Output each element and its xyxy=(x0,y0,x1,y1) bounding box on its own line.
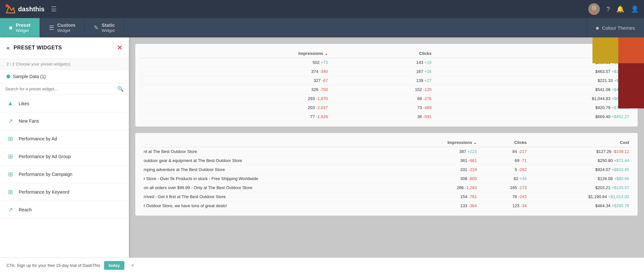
col2-cost: Cost xyxy=(530,138,632,147)
top-nav: dashthis ☰ ? 🔔 👤 xyxy=(0,0,644,18)
search-icon[interactable]: 🔍 xyxy=(117,86,124,92)
avatar[interactable] xyxy=(588,3,600,15)
custom-label1: Custom xyxy=(57,22,75,28)
widget-label-perf-ad-group: Performance by Ad Group xyxy=(19,154,71,159)
row-clicks: 5 -282 xyxy=(480,165,530,174)
table2: Impressions ⌄ Clicks Cost nt at The Best… xyxy=(140,138,632,210)
colour-label1: Colour xyxy=(602,25,616,31)
help-icon[interactable]: ? xyxy=(606,5,610,13)
widget-icon-perf-campaign: ⊞ xyxy=(6,171,14,178)
row-impressions: 308 -605 xyxy=(402,174,480,183)
hamburger-icon[interactable]: ☰ xyxy=(51,5,57,13)
table-row: t Outdoor Store, we have tons of great d… xyxy=(140,201,632,210)
sidebar-item-perf-keyword[interactable]: ⊞ Performance by Keyword xyxy=(0,183,129,201)
row-cost: $250.80 +$71.44 xyxy=(530,156,632,165)
back-button[interactable]: « xyxy=(6,45,10,51)
swatch-orange xyxy=(618,37,644,63)
sidebar-item-reach[interactable]: ↗ Reach xyxy=(0,201,129,219)
row-clicks: 84 -217 xyxy=(480,147,530,156)
row-label: nt at The Best Outdoor Store xyxy=(140,147,402,156)
row-label: outdoor gear & equipment at The Best Out… xyxy=(140,156,402,165)
sample-data-dot xyxy=(6,75,10,78)
row-cost: $924.07 +$810.45 xyxy=(530,165,632,174)
table-row: mping adventure at The Best Outdoor Stor… xyxy=(140,165,632,174)
bell-icon[interactable]: 🔔 xyxy=(616,5,624,13)
widget-label-likes: Likes xyxy=(19,101,29,106)
table-row: 326 -750 152 -125 $541.08 +$433.81 xyxy=(140,85,632,94)
widget-label-new-fans: New Fans xyxy=(19,118,39,124)
row-impressions: 502 +73 xyxy=(169,58,331,67)
static-label1: Static xyxy=(102,22,115,28)
widget-label-perf-campaign: Performance by Campaign xyxy=(19,172,72,177)
user-icon[interactable]: 👤 xyxy=(631,5,639,13)
table-row: 77 -1,928 36 -591 $669.40 +$452.27 xyxy=(140,112,632,121)
colour-icon: ■ xyxy=(596,25,599,31)
table-row: outdoor gear & equipment at The Best Out… xyxy=(140,156,632,165)
widget-label-reach: Reach xyxy=(19,207,32,212)
col2-label xyxy=(140,138,402,147)
row-clicks: 165 -173 xyxy=(480,183,530,192)
search-row: 🔍 xyxy=(0,83,129,95)
svg-point-2 xyxy=(591,5,597,10)
row-label xyxy=(140,94,169,103)
step-indicator: 2 / 2 Choose your preset widget(s) xyxy=(0,58,129,70)
close-button[interactable]: ✕ xyxy=(117,44,122,52)
sidebar-item-new-fans[interactable]: ↗ New Fans xyxy=(0,112,129,130)
row-cost: $669.40 +$452.27 xyxy=(435,112,632,121)
preset-label2: Widget xyxy=(16,28,31,33)
row-impressions: 133 -364 xyxy=(402,201,480,210)
tab-custom[interactable]: ☰ Custom Widget xyxy=(40,18,85,37)
cta-text: CTA: Sign up for your free 15-day trial … xyxy=(6,263,100,268)
row-cost: $127.26 -$109.12 xyxy=(530,147,632,156)
row-clicks: 82 +34 xyxy=(480,174,530,183)
widget-icon-likes: ▲ xyxy=(6,100,14,107)
col2-impressions[interactable]: Impressions ⌄ xyxy=(402,138,480,147)
table1: Impressions ⌄ Clicks Cost 502 +73 143 +1… xyxy=(140,49,632,121)
tab-preset[interactable]: ■ Preset Widget xyxy=(0,18,40,37)
sidebar-item-perf-ad-group[interactable]: ⊞ Performance by Ad Group xyxy=(0,148,129,166)
table2-section: Impressions ⌄ Clicks Cost nt at The Best… xyxy=(135,133,638,216)
colour-label2: Themes xyxy=(618,25,635,31)
row-label xyxy=(140,58,169,67)
row-label: r Store - Over 5k Products in stock - Fr… xyxy=(140,174,402,183)
cta-close-icon[interactable]: ✕ xyxy=(131,263,134,268)
row-label: t Outdoor Store, we have tons of great d… xyxy=(140,201,402,210)
table1-section: Impressions ⌄ Clicks Cost 502 +73 143 +1… xyxy=(135,44,638,126)
sample-data-label: Sample Data (1) xyxy=(13,74,46,79)
cta-bar: CTA: Sign up for your free 15-day trial … xyxy=(0,258,644,273)
custom-label2: Widget xyxy=(57,28,75,33)
colour-swatches xyxy=(592,37,644,108)
search-input[interactable] xyxy=(5,86,115,91)
panel-title: PRESET WIDGETS xyxy=(14,45,62,51)
static-label2: Widget xyxy=(102,28,115,33)
table-row: on all orders over $99.99 - Only at The … xyxy=(140,183,632,192)
row-clicks: 143 +19 xyxy=(331,58,435,67)
nav-left: dashthis ☰ xyxy=(5,4,57,14)
sidebar-item-likes[interactable]: ▲ Likes xyxy=(0,95,129,112)
tab-colour-themes[interactable]: ■ Colour Themes xyxy=(587,18,644,37)
col-impressions[interactable]: Impressions ⌄ xyxy=(169,49,331,58)
widget-icon-new-fans: ↗ xyxy=(6,117,14,125)
row-clicks: 68 -276 xyxy=(331,94,435,103)
row-clicks: 123 -34 xyxy=(480,201,530,210)
row-impressions: 331 -219 xyxy=(402,165,480,174)
preset-label1: Preset xyxy=(16,22,31,28)
logo-icon xyxy=(5,4,15,14)
row-impressions: 203 -2,037 xyxy=(169,103,331,112)
table-row: 327 -67 139 +27 $221.33 +$39.55 xyxy=(140,76,632,85)
table-row: nt at The Best Outdoor Store 387 +223 84… xyxy=(140,147,632,156)
custom-icon: ☰ xyxy=(49,24,54,31)
table-row: rrived - Get it first at The Best Outdoo… xyxy=(140,192,632,201)
swatch-dark xyxy=(618,63,644,108)
main-area: « PRESET WIDGETS ✕ 2 / 2 Choose your pre… xyxy=(0,37,644,273)
row-clicks: 152 -125 xyxy=(331,85,435,94)
row-impressions: 293 -1,870 xyxy=(169,94,331,103)
sidebar-item-perf-ad[interactable]: ⊞ Performance by Ad xyxy=(0,130,129,148)
cta-button[interactable]: today xyxy=(104,261,124,270)
swatch-yellow xyxy=(592,37,618,63)
tab-static[interactable]: ✎ Static Widget xyxy=(85,18,124,37)
sidebar-item-perf-campaign[interactable]: ⊞ Performance by Campaign xyxy=(0,166,129,183)
table-row: 203 -2,037 73 -489 $920.79 +$723.00 xyxy=(140,103,632,112)
svg-point-1 xyxy=(5,4,9,7)
svg-marker-0 xyxy=(6,6,15,13)
